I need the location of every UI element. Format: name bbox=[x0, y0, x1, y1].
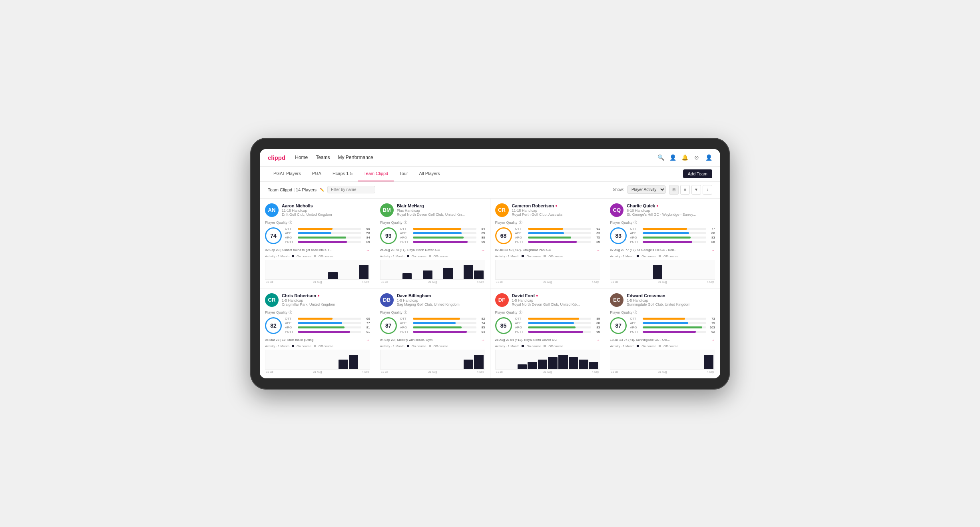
quality-score[interactable]: 74 bbox=[265, 227, 282, 244]
player-card[interactable]: CQ Charlie Quick ● 6-10 Handicap St. Geo… bbox=[605, 199, 720, 288]
stats-table: OTT 61 APP 63 ARG 75 PU bbox=[515, 227, 600, 245]
verified-badge: ● bbox=[656, 204, 658, 208]
quality-score[interactable]: 82 bbox=[265, 317, 282, 334]
stat-bar-container bbox=[298, 318, 361, 320]
tab-pga[interactable]: PGA bbox=[307, 167, 327, 181]
settings-icon[interactable]: ⊙ bbox=[693, 154, 700, 161]
top-nav: clippd Home Teams My Performance 🔍 👤 🔔 ⊙… bbox=[260, 149, 720, 167]
off-course-legend bbox=[429, 345, 431, 347]
tab-team-clippd[interactable]: Team Clippd bbox=[358, 167, 394, 181]
stat-row: APP 80 bbox=[630, 231, 715, 235]
latest-round[interactable]: 18 Jul 23 74 (+4), Sunningdale GC - Old.… bbox=[610, 338, 715, 342]
stat-value: 79 bbox=[708, 321, 715, 325]
player-info: Chris Robertson ● 1-5 Handicap Craigmill… bbox=[282, 293, 370, 306]
on-course-label: On course bbox=[526, 255, 541, 258]
stats-table: OTT 77 APP 80 ARG 83 PU bbox=[630, 227, 715, 245]
stat-bar bbox=[413, 232, 462, 234]
stat-value: 82 bbox=[478, 317, 485, 320]
activity-title: Activity · 1 Month bbox=[265, 344, 289, 348]
filter-icon[interactable]: ▼ bbox=[691, 185, 701, 195]
team-bar-right: Show: Player Activity ⊞ ≡ ▼ ↕ bbox=[613, 185, 712, 195]
grid-view-icon[interactable]: ⊞ bbox=[669, 185, 679, 195]
player-name[interactable]: Chris Robertson ● bbox=[282, 293, 370, 298]
search-input[interactable] bbox=[327, 186, 375, 193]
stat-row: OTT 82 bbox=[400, 317, 485, 320]
player-name[interactable]: Cameron Robertson ● bbox=[512, 203, 600, 208]
tab-all-players[interactable]: All Players bbox=[414, 167, 446, 181]
stat-bar-container bbox=[643, 331, 706, 333]
quality-score[interactable]: 68 bbox=[495, 227, 512, 244]
stat-row: PUTT 95 bbox=[400, 240, 485, 244]
latest-round[interactable]: 07 Aug 23 77 (+7), St George's Hill GC -… bbox=[610, 248, 715, 252]
chart-bar bbox=[548, 357, 558, 369]
latest-round[interactable]: 04 Sep 23 | Mobility with coach, Gym → bbox=[380, 338, 485, 342]
player-card[interactable]: CR Cameron Robertson ● 11-15 Handicap Ro… bbox=[490, 199, 605, 288]
stat-row: OTT 84 bbox=[400, 227, 485, 231]
chart-dates: 31 Jul 21 Aug 4 Sep bbox=[495, 280, 600, 283]
player-card[interactable]: BM Blair McHarg Plus Handicap Royal Nort… bbox=[375, 199, 490, 288]
latest-round[interactable]: 05 Mar 23 | 19, Must make putting → bbox=[265, 338, 370, 342]
info-icon: ⓘ bbox=[289, 220, 292, 225]
latest-round[interactable]: 02 Sep 23 | Sunset round to get back int… bbox=[265, 248, 370, 252]
nav-home[interactable]: Home bbox=[295, 155, 308, 160]
tab-tour[interactable]: Tour bbox=[394, 167, 413, 181]
stat-bar bbox=[298, 322, 342, 324]
nav-my-performance[interactable]: My Performance bbox=[338, 155, 373, 160]
player-card[interactable]: EC Edward Crossman 1-5 Handicap Sunningd… bbox=[605, 288, 720, 378]
nav-links: Home Teams My Performance bbox=[295, 155, 647, 160]
quality-score[interactable]: 87 bbox=[610, 317, 627, 334]
latest-round[interactable]: 02 Jul 23 59 (+17), Craigmillar Park GC … bbox=[495, 248, 600, 252]
player-card[interactable]: DB Dave Billingham 1-5 Handicap Sag Magi… bbox=[375, 288, 490, 378]
stats-table: OTT 60 APP 77 ARG 81 PU bbox=[285, 317, 370, 334]
info-icon: ⓘ bbox=[633, 310, 637, 315]
player-name[interactable]: Edward Crossman bbox=[627, 293, 715, 298]
stat-bar-container bbox=[643, 232, 706, 234]
stat-name: PUTT bbox=[515, 330, 526, 334]
profile-icon[interactable]: 👤 bbox=[669, 154, 676, 161]
stat-name: APP bbox=[630, 231, 641, 235]
search-icon[interactable]: 🔍 bbox=[657, 154, 664, 161]
activity-section: Activity · 1 Month On course Off course … bbox=[380, 344, 485, 373]
quality-score[interactable]: 83 bbox=[610, 227, 627, 244]
stats-table: OTT 60 APP 58 ARG 84 PU bbox=[285, 227, 370, 245]
player-card[interactable]: AN Aaron Nicholls 11-15 Handicap Drift G… bbox=[260, 199, 375, 288]
player-name[interactable]: Dave Billingham bbox=[397, 293, 485, 298]
quality-score[interactable]: 87 bbox=[380, 317, 397, 334]
stat-row: PUTT 85 bbox=[285, 240, 370, 244]
player-club: Sag Maging Golf Club, United Kingdom bbox=[397, 302, 485, 306]
list-view-icon[interactable]: ≡ bbox=[680, 185, 690, 195]
quality-section: Player Quality ⓘ 82 OTT 60 APP 77 bbox=[265, 310, 370, 334]
stat-row: APP 58 bbox=[285, 231, 370, 235]
stat-name: APP bbox=[515, 231, 526, 235]
player-name[interactable]: Charlie Quick ● bbox=[627, 203, 715, 208]
user-avatar-icon[interactable]: 👤 bbox=[705, 154, 712, 161]
player-name[interactable]: Aaron Nicholls bbox=[282, 203, 370, 208]
add-team-button[interactable]: Add Team bbox=[683, 169, 712, 178]
player-card[interactable]: CR Chris Robertson ● 1-5 Handicap Craigm… bbox=[260, 288, 375, 378]
edit-team-icon[interactable]: ✏️ bbox=[320, 188, 324, 192]
latest-round[interactable]: 26 Aug 23 73 (+1), Royal North Devon GC … bbox=[380, 248, 485, 252]
stat-value: 74 bbox=[478, 321, 485, 325]
on-course-label: On course bbox=[641, 344, 656, 348]
quality-score[interactable]: 85 bbox=[495, 317, 512, 334]
tab-pgat-players[interactable]: PGAT Players bbox=[268, 167, 307, 181]
player-name[interactable]: David Ford ● bbox=[512, 293, 600, 298]
date-mid: 21 Aug bbox=[543, 370, 552, 373]
tab-hcaps[interactable]: Hcaps 1-5 bbox=[327, 167, 358, 181]
stat-value: 96 bbox=[593, 330, 600, 334]
quality-score[interactable]: 93 bbox=[380, 227, 397, 244]
stat-value: 83 bbox=[708, 236, 715, 239]
show-select[interactable]: Player Activity bbox=[627, 185, 666, 194]
on-course-label: On course bbox=[526, 344, 541, 348]
stat-bar bbox=[528, 322, 574, 324]
nav-teams[interactable]: Teams bbox=[316, 155, 330, 160]
on-course-legend bbox=[407, 255, 409, 257]
latest-round[interactable]: 26 Aug 23 84 (+12), Royal North Devon GC… bbox=[495, 338, 600, 342]
bell-icon[interactable]: 🔔 bbox=[681, 154, 688, 161]
player-name[interactable]: Blair McHarg bbox=[397, 203, 485, 208]
stat-value: 84 bbox=[478, 227, 485, 231]
player-handicap: 1-5 Handicap bbox=[282, 298, 370, 302]
sort-icon[interactable]: ↕ bbox=[703, 185, 712, 195]
stat-bar bbox=[298, 326, 345, 328]
player-card[interactable]: DF David Ford ● 1-5 Handicap Royal North… bbox=[490, 288, 605, 378]
